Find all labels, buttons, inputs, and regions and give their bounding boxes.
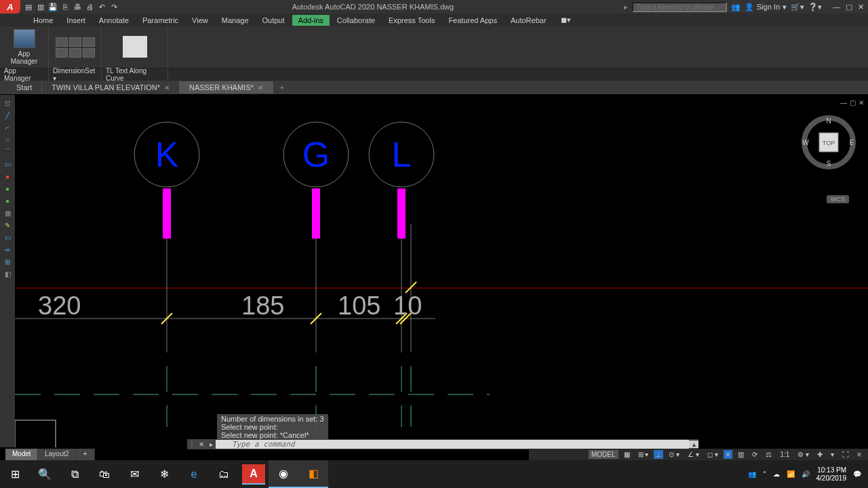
new-icon[interactable]: ▤ xyxy=(23,1,34,12)
isodraft-icon[interactable]: ∠ ▾ xyxy=(685,450,702,459)
tab-manage[interactable]: Manage xyxy=(216,15,255,26)
edge-icon[interactable]: e xyxy=(179,460,209,488)
steering-wheel-icon[interactable]: ⊡ xyxy=(1,98,14,108)
arc-icon[interactable]: ⌒ xyxy=(1,146,14,157)
tool-red-1[interactable]: ● xyxy=(1,171,14,182)
app-manager-icon[interactable] xyxy=(14,29,35,48)
tab-addins[interactable]: Add-ins xyxy=(292,15,330,26)
layout-tab-layout2[interactable]: Layout2 xyxy=(38,449,77,460)
store-icon[interactable]: 🛍 xyxy=(90,460,119,488)
polyline-icon[interactable]: ⌐ xyxy=(1,122,14,133)
tool-gray[interactable]: ◧ xyxy=(1,268,14,279)
drawing-canvas[interactable]: K G L 320 185 105 10 xyxy=(15,95,868,447)
doc-tab-twin-villa[interactable]: TWIN VILLA PLAN ELEVATION*✕ xyxy=(42,81,180,94)
rect-icon[interactable]: ▭ xyxy=(1,159,14,169)
add-document-button[interactable]: + xyxy=(273,81,291,94)
transparency-icon[interactable]: ▥ xyxy=(735,450,747,459)
app-icon-orange[interactable]: ◧ xyxy=(298,460,328,488)
hatch-icon[interactable]: ▦ xyxy=(1,207,14,218)
tab-parametric[interactable]: Parametric xyxy=(136,15,184,26)
command-input[interactable]: Type a command xyxy=(216,440,689,449)
help-icon[interactable]: ❔▾ xyxy=(808,3,822,12)
status-model[interactable]: MODEL xyxy=(589,450,618,459)
saveas-icon[interactable]: ⎘ xyxy=(60,1,71,12)
print-icon[interactable]: 🖨 xyxy=(84,1,95,12)
viewcube[interactable]: N S W E TOP xyxy=(802,115,856,169)
line-icon[interactable]: ╱ xyxy=(1,110,14,121)
tab-collaborate[interactable]: Collaborate xyxy=(331,15,381,26)
tool-yellow[interactable]: ✎ xyxy=(1,220,14,230)
cmd-handle-icon[interactable]: ⋮ xyxy=(187,441,197,448)
exchange-icon[interactable]: 🛒▾ xyxy=(791,3,804,12)
signin-button[interactable]: 👤 Sign In ▾ xyxy=(745,3,787,12)
doc-tab-start[interactable]: Start xyxy=(7,81,42,94)
vp-close-icon[interactable]: ✕ xyxy=(859,99,864,106)
dim-tool-2[interactable] xyxy=(69,37,81,47)
cycling-icon[interactable]: ⟳ xyxy=(749,450,760,459)
cmd-recent-icon[interactable]: ▸ xyxy=(206,441,216,448)
tray-volume-icon[interactable]: 🔊 xyxy=(802,470,810,478)
tab-home[interactable]: Home xyxy=(27,15,59,26)
customize-icon[interactable]: ▾ xyxy=(828,450,837,459)
vp-maximize-icon[interactable]: ▢ xyxy=(850,99,856,106)
search-input[interactable] xyxy=(632,2,727,12)
tool-blue-2[interactable]: ═ xyxy=(1,244,14,255)
close-icon[interactable]: ✕ xyxy=(258,84,263,92)
ribbon-collapse-icon[interactable]: ◼▾ xyxy=(561,16,571,24)
connect-icon[interactable]: 👥 xyxy=(731,3,741,12)
tool-green-2[interactable]: ● xyxy=(1,195,14,206)
save-icon[interactable]: 💾 xyxy=(47,1,58,12)
clock[interactable]: 10:13 PM 4/20/2019 xyxy=(816,466,847,483)
tray-people-icon[interactable]: 👥 xyxy=(748,470,756,478)
close-button[interactable]: ✕ xyxy=(858,3,864,12)
circle-icon[interactable]: ○ xyxy=(1,134,14,145)
wcs-label[interactable]: WCS xyxy=(827,195,849,203)
tool-blue-3[interactable]: ⊞ xyxy=(1,256,14,267)
panel-label-dimensionset[interactable]: DimensionSet ▾ xyxy=(49,68,102,81)
dim-tool-1[interactable] xyxy=(56,37,68,47)
plot-icon[interactable]: 🖶 xyxy=(72,1,83,12)
menu-icon[interactable]: ≡ xyxy=(854,450,864,459)
chrome-icon[interactable]: ◉ xyxy=(269,460,298,488)
tools-icon[interactable]: ✚ xyxy=(814,450,825,459)
snap-icon[interactable]: ⊞ ▾ xyxy=(635,450,652,459)
start-button[interactable]: ⊞ xyxy=(0,460,30,488)
tool-green-1[interactable]: ● xyxy=(1,183,14,194)
tray-wifi-icon[interactable]: 📶 xyxy=(787,470,795,478)
vp-minimize-icon[interactable]: — xyxy=(840,99,847,106)
search-icon[interactable]: 🔍 xyxy=(30,460,60,488)
dim-tool-6[interactable] xyxy=(83,48,95,58)
layout-tab-add[interactable]: + xyxy=(77,449,95,460)
autocad-taskbar-icon[interactable]: A xyxy=(242,464,265,485)
polar-icon[interactable]: ⊙ ▾ xyxy=(666,450,682,459)
annoscale-icon[interactable]: ⚖ xyxy=(763,450,774,459)
app-icon-1[interactable]: ❄ xyxy=(149,460,179,488)
scale-display[interactable]: 1:1 xyxy=(777,450,792,459)
tl-text-icon[interactable] xyxy=(123,36,147,58)
minimize-button[interactable]: — xyxy=(833,3,840,12)
lineweight-icon[interactable]: ≡ xyxy=(724,450,733,459)
open-icon[interactable]: ▥ xyxy=(35,1,46,12)
tab-insert[interactable]: Insert xyxy=(60,15,92,26)
tool-blue-1[interactable]: ▭ xyxy=(1,232,14,243)
maximize-button[interactable]: ▢ xyxy=(846,3,852,12)
close-icon[interactable]: ✕ xyxy=(164,84,170,92)
cmd-close-icon[interactable]: ✕ xyxy=(197,441,206,448)
ortho-icon[interactable]: ⟂ xyxy=(654,450,663,459)
dim-tool-5[interactable] xyxy=(69,48,81,58)
task-view-icon[interactable]: ⧉ xyxy=(60,460,90,488)
cmd-expand-icon[interactable]: ▴ xyxy=(689,441,698,448)
dim-tool-4[interactable] xyxy=(56,48,68,58)
tab-output[interactable]: Output xyxy=(256,15,291,26)
tab-autorebar[interactable]: AutoRebar xyxy=(505,15,553,26)
doc-tab-nasser[interactable]: NASSER KHAMIS*✕ xyxy=(180,81,273,94)
tab-express-tools[interactable]: Express Tools xyxy=(382,15,441,26)
clean-screen-icon[interactable]: ⛶ xyxy=(840,450,852,459)
notifications-icon[interactable]: 💬 xyxy=(853,470,861,478)
arrow-icon[interactable]: ▸ xyxy=(624,3,628,12)
gear-icon[interactable]: ⚙ ▾ xyxy=(795,450,812,459)
grid-icon[interactable]: ▦ xyxy=(621,450,633,459)
redo-icon[interactable]: ↷ xyxy=(108,1,119,12)
explorer-icon[interactable]: 🗂 xyxy=(209,460,239,488)
layout-tab-model[interactable]: Model xyxy=(5,449,38,460)
